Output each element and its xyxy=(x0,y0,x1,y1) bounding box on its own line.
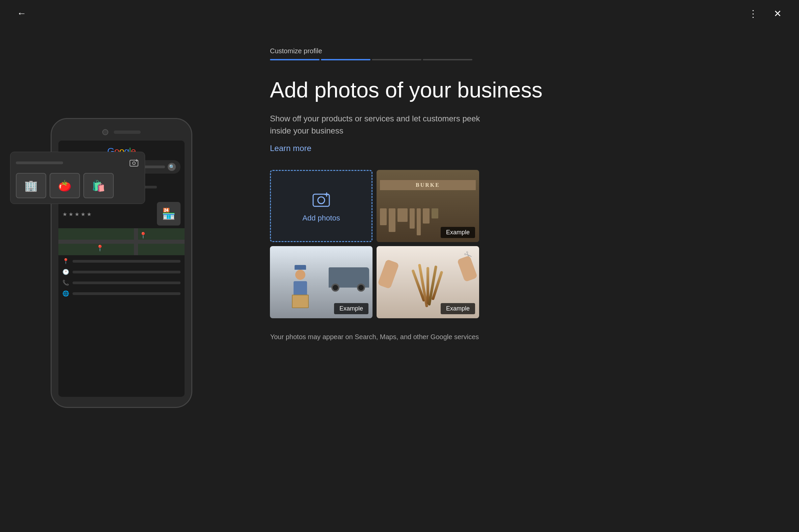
top-bar-left: ← xyxy=(14,5,30,22)
svg-point-1 xyxy=(133,162,135,165)
info-line xyxy=(73,271,181,273)
burke-item xyxy=(389,208,396,232)
progress-bar-track xyxy=(270,59,472,60)
burke-item xyxy=(398,208,407,222)
right-panel: Customize profile Add photos of your bus… xyxy=(243,34,749,355)
map-road-vertical xyxy=(134,228,138,255)
info-line xyxy=(73,282,181,284)
add-photo-small-icon xyxy=(129,157,139,168)
person-box xyxy=(292,294,309,308)
phone-bottom-info: 📍 🕐 📞 🌐 xyxy=(58,255,185,304)
burke-item xyxy=(380,208,387,225)
category-card-header xyxy=(16,157,139,168)
delivery-person xyxy=(287,268,314,308)
phone-icon: 📞 xyxy=(62,280,69,286)
add-photos-button[interactable]: Add photos xyxy=(270,170,373,242)
top-bar-right: ⋮ ✕ xyxy=(745,5,785,22)
star-icon: ★ xyxy=(62,211,68,216)
person-hat xyxy=(294,265,306,270)
svg-point-5 xyxy=(318,197,325,204)
star-icon: ★ xyxy=(80,211,86,216)
burke-sign: BURKE xyxy=(380,180,476,190)
burke-sign-text: BURKE xyxy=(416,182,440,188)
phone-mockup-panel: Google 🔍 ★ ★ ★ ★ xyxy=(20,27,223,499)
progress-segment-2 xyxy=(321,59,370,60)
example-badge-delivery: Example xyxy=(334,303,368,314)
progress-label: Customize profile xyxy=(270,47,722,55)
category-icon-building[interactable]: 🏢 xyxy=(16,173,46,198)
stars-row: ★ ★ ★ ★ ★ xyxy=(62,211,92,216)
description-text: Show off your products or services and l… xyxy=(270,113,489,137)
phone-speaker xyxy=(114,131,141,134)
info-row-location: 📍 xyxy=(62,258,181,265)
progress-section: Customize profile xyxy=(270,47,722,60)
add-photos-label: Add photos xyxy=(302,214,340,223)
back-button[interactable]: ← xyxy=(14,5,30,22)
phone-map: 📍 📍 xyxy=(58,228,185,255)
info-row-hours: 🕐 xyxy=(62,269,181,276)
store-icon: 🏪 xyxy=(157,202,181,226)
category-icon-shopping[interactable]: 🛍️ xyxy=(83,173,114,198)
camera-plus-icon xyxy=(312,189,331,208)
star-icon: ★ xyxy=(69,211,74,216)
map-pin-icon: 📍 xyxy=(96,244,104,252)
top-bar: ← ⋮ ✕ xyxy=(0,0,799,27)
example-photo-delivery: Example xyxy=(270,246,373,318)
burke-item xyxy=(432,208,438,218)
person-head xyxy=(295,270,305,280)
van-wheel-left xyxy=(331,284,340,292)
progress-segment-3 xyxy=(372,59,421,60)
location-icon: 📍 xyxy=(62,258,69,265)
map-road-horizontal xyxy=(58,240,185,244)
page-title: Add photos of your business xyxy=(270,77,722,103)
star-icon: ★ xyxy=(75,211,80,216)
van-wheel-right xyxy=(357,284,365,292)
category-icon-food[interactable]: 🍅 xyxy=(50,173,80,198)
clock-icon: 🕐 xyxy=(62,269,69,276)
progress-segment-1 xyxy=(270,59,320,60)
category-header-line xyxy=(16,162,63,164)
info-row-web: 🌐 xyxy=(62,290,181,297)
burke-item xyxy=(410,208,415,229)
phone-camera xyxy=(102,129,108,135)
close-button[interactable]: ✕ xyxy=(769,5,785,22)
progress-segment-4 xyxy=(423,59,472,60)
star-icon: ★ xyxy=(87,211,92,216)
globe-icon: 🌐 xyxy=(62,290,69,297)
example-photo-store: BURKE Example xyxy=(377,170,479,242)
example-badge-store: Example xyxy=(441,227,475,238)
delivery-van xyxy=(329,264,369,294)
info-line xyxy=(73,292,181,295)
bottom-note: Your photos may appear on Search, Maps, … xyxy=(270,332,479,342)
info-row-phone: 📞 xyxy=(62,280,181,286)
info-line xyxy=(73,260,181,263)
phone-notch xyxy=(58,129,185,135)
example-badge-salon: Example xyxy=(441,303,475,314)
learn-more-link[interactable]: Learn more xyxy=(270,144,311,153)
example-photo-salon: ✂ Example xyxy=(377,246,479,318)
category-icons-row: 🏢 🍅 🛍️ xyxy=(16,173,139,198)
map-pin2-icon: 📍 xyxy=(139,232,147,239)
search-icon: 🔍 xyxy=(168,163,176,171)
category-card-overlay: 🏢 🍅 🛍️ xyxy=(10,152,145,204)
burke-item xyxy=(423,208,430,224)
burke-item xyxy=(417,208,421,235)
photo-grid: Add photos BURKE Example xyxy=(270,170,479,318)
more-options-button[interactable]: ⋮ xyxy=(745,5,761,22)
